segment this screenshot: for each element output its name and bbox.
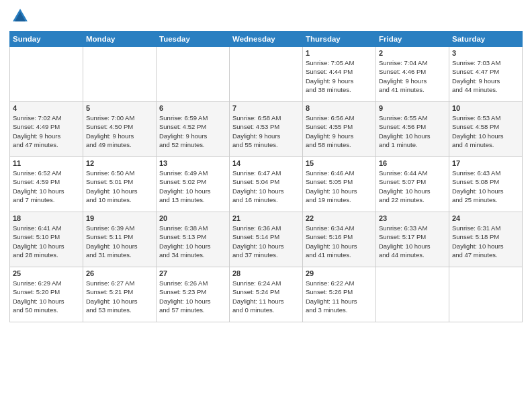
calendar-day-cell: 25Sunrise: 6:29 AM Sunset: 5:20 PM Dayli…	[10, 267, 83, 322]
calendar-day-cell	[230, 47, 303, 102]
day-number: 7	[232, 104, 300, 112]
day-info: Sunrise: 6:33 AM Sunset: 5:17 PM Dayligh…	[379, 224, 446, 259]
day-info: Sunrise: 6:50 AM Sunset: 5:01 PM Dayligh…	[86, 169, 153, 204]
calendar-day-cell: 1Sunrise: 7:05 AM Sunset: 4:44 PM Daylig…	[303, 47, 376, 102]
calendar-day-cell: 7Sunrise: 6:58 AM Sunset: 4:53 PM Daylig…	[230, 102, 303, 157]
calendar-week-row: 4Sunrise: 7:02 AM Sunset: 4:49 PM Daylig…	[10, 102, 523, 157]
calendar-day-cell: 24Sunrise: 6:31 AM Sunset: 5:18 PM Dayli…	[449, 212, 523, 267]
calendar-day-cell: 13Sunrise: 6:49 AM Sunset: 5:02 PM Dayli…	[157, 157, 230, 212]
day-number: 4	[13, 104, 80, 112]
day-number: 29	[306, 269, 373, 277]
calendar-day-cell: 14Sunrise: 6:47 AM Sunset: 5:04 PM Dayli…	[230, 157, 303, 212]
day-number: 1	[306, 49, 373, 57]
day-info: Sunrise: 6:52 AM Sunset: 4:59 PM Dayligh…	[13, 169, 80, 204]
day-info: Sunrise: 6:43 AM Sunset: 5:08 PM Dayligh…	[452, 169, 519, 204]
day-info: Sunrise: 6:34 AM Sunset: 5:16 PM Dayligh…	[306, 224, 373, 259]
calendar-day-cell: 19Sunrise: 6:39 AM Sunset: 5:11 PM Dayli…	[83, 212, 157, 267]
calendar-day-cell: 5Sunrise: 7:00 AM Sunset: 4:50 PM Daylig…	[83, 102, 157, 157]
day-number: 16	[379, 159, 446, 167]
day-info: Sunrise: 7:02 AM Sunset: 4:49 PM Dayligh…	[13, 113, 80, 149]
day-info: Sunrise: 6:26 AM Sunset: 5:23 PM Dayligh…	[159, 279, 226, 314]
day-info: Sunrise: 6:47 AM Sunset: 5:04 PM Dayligh…	[232, 169, 300, 204]
day-info: Sunrise: 6:24 AM Sunset: 5:24 PM Dayligh…	[232, 279, 300, 314]
day-header-wednesday: Wednesday	[230, 32, 303, 47]
day-header-sunday: Sunday	[10, 32, 83, 47]
calendar-day-cell	[10, 47, 83, 102]
day-info: Sunrise: 7:00 AM Sunset: 4:50 PM Dayligh…	[86, 113, 153, 149]
calendar-week-row: 1Sunrise: 7:05 AM Sunset: 4:44 PM Daylig…	[10, 47, 523, 102]
day-number: 26	[86, 269, 153, 277]
calendar-day-cell: 29Sunrise: 6:22 AM Sunset: 5:26 PM Dayli…	[303, 267, 376, 322]
calendar-day-cell: 2Sunrise: 7:04 AM Sunset: 4:46 PM Daylig…	[376, 47, 449, 102]
calendar-day-cell: 28Sunrise: 6:24 AM Sunset: 5:24 PM Dayli…	[230, 267, 303, 322]
calendar-day-cell: 27Sunrise: 6:26 AM Sunset: 5:23 PM Dayli…	[157, 267, 230, 322]
day-number: 21	[232, 214, 300, 222]
calendar-day-cell: 22Sunrise: 6:34 AM Sunset: 5:16 PM Dayli…	[303, 212, 376, 267]
day-info: Sunrise: 6:38 AM Sunset: 5:13 PM Dayligh…	[159, 224, 226, 259]
day-number: 24	[452, 214, 519, 222]
calendar-table: SundayMondayTuesdayWednesdayThursdayFrid…	[9, 31, 523, 322]
day-header-tuesday: Tuesday	[157, 32, 230, 47]
calendar-day-cell: 8Sunrise: 6:56 AM Sunset: 4:55 PM Daylig…	[303, 102, 376, 157]
day-info: Sunrise: 6:29 AM Sunset: 5:20 PM Dayligh…	[13, 279, 80, 314]
day-number: 14	[232, 159, 300, 167]
calendar-day-cell	[449, 267, 523, 322]
calendar-day-cell: 15Sunrise: 6:46 AM Sunset: 5:05 PM Dayli…	[303, 157, 376, 212]
day-number: 27	[159, 269, 226, 277]
day-header-saturday: Saturday	[449, 32, 523, 47]
calendar-day-cell	[157, 47, 230, 102]
day-number: 23	[379, 214, 446, 222]
day-info: Sunrise: 6:55 AM Sunset: 4:56 PM Dayligh…	[379, 113, 446, 149]
calendar-day-cell	[83, 47, 157, 102]
day-info: Sunrise: 6:44 AM Sunset: 5:07 PM Dayligh…	[379, 169, 446, 204]
day-number: 3	[452, 49, 519, 57]
day-number: 17	[452, 159, 519, 167]
calendar-day-cell: 9Sunrise: 6:55 AM Sunset: 4:56 PM Daylig…	[376, 102, 449, 157]
day-info: Sunrise: 6:36 AM Sunset: 5:14 PM Dayligh…	[232, 224, 300, 259]
calendar-week-row: 18Sunrise: 6:41 AM Sunset: 5:10 PM Dayli…	[10, 212, 523, 267]
calendar-day-cell: 26Sunrise: 6:27 AM Sunset: 5:21 PM Dayli…	[83, 267, 157, 322]
day-info: Sunrise: 6:58 AM Sunset: 4:53 PM Dayligh…	[232, 113, 300, 149]
day-number: 19	[86, 214, 153, 222]
day-info: Sunrise: 6:49 AM Sunset: 5:02 PM Dayligh…	[159, 169, 226, 204]
calendar-day-cell: 23Sunrise: 6:33 AM Sunset: 5:17 PM Dayli…	[376, 212, 449, 267]
day-header-monday: Monday	[83, 32, 157, 47]
calendar-day-cell	[376, 267, 449, 322]
day-number: 10	[452, 104, 519, 112]
day-number: 2	[379, 49, 446, 57]
day-header-thursday: Thursday	[303, 32, 376, 47]
day-number: 6	[159, 104, 226, 112]
calendar-day-cell: 12Sunrise: 6:50 AM Sunset: 5:01 PM Dayli…	[83, 157, 157, 212]
day-info: Sunrise: 6:46 AM Sunset: 5:05 PM Dayligh…	[306, 169, 373, 204]
header	[9, 7, 523, 26]
calendar-header-row: SundayMondayTuesdayWednesdayThursdayFrid…	[10, 32, 523, 47]
calendar-day-cell: 3Sunrise: 7:03 AM Sunset: 4:47 PM Daylig…	[449, 47, 523, 102]
day-info: Sunrise: 7:03 AM Sunset: 4:47 PM Dayligh…	[452, 58, 519, 94]
day-info: Sunrise: 7:05 AM Sunset: 4:44 PM Dayligh…	[306, 58, 373, 94]
day-info: Sunrise: 6:31 AM Sunset: 5:18 PM Dayligh…	[452, 224, 519, 259]
day-info: Sunrise: 6:59 AM Sunset: 4:52 PM Dayligh…	[159, 113, 226, 149]
day-number: 28	[232, 269, 300, 277]
day-number: 12	[86, 159, 153, 167]
calendar-day-cell: 20Sunrise: 6:38 AM Sunset: 5:13 PM Dayli…	[157, 212, 230, 267]
calendar-day-cell: 4Sunrise: 7:02 AM Sunset: 4:49 PM Daylig…	[10, 102, 83, 157]
day-info: Sunrise: 7:04 AM Sunset: 4:46 PM Dayligh…	[379, 58, 446, 94]
day-number: 15	[306, 159, 373, 167]
day-number: 18	[13, 214, 80, 222]
day-info: Sunrise: 6:41 AM Sunset: 5:10 PM Dayligh…	[13, 224, 80, 259]
calendar-day-cell: 18Sunrise: 6:41 AM Sunset: 5:10 PM Dayli…	[10, 212, 83, 267]
day-number: 22	[306, 214, 373, 222]
calendar-day-cell: 17Sunrise: 6:43 AM Sunset: 5:08 PM Dayli…	[449, 157, 523, 212]
day-number: 9	[379, 104, 446, 112]
day-number: 13	[159, 159, 226, 167]
day-number: 11	[13, 159, 80, 167]
day-number: 5	[86, 104, 153, 112]
calendar-week-row: 11Sunrise: 6:52 AM Sunset: 4:59 PM Dayli…	[10, 157, 523, 212]
day-header-friday: Friday	[376, 32, 449, 47]
day-number: 20	[159, 214, 226, 222]
calendar-day-cell: 10Sunrise: 6:53 AM Sunset: 4:58 PM Dayli…	[449, 102, 523, 157]
day-info: Sunrise: 6:39 AM Sunset: 5:11 PM Dayligh…	[86, 224, 153, 259]
day-info: Sunrise: 6:53 AM Sunset: 4:58 PM Dayligh…	[452, 113, 519, 149]
day-info: Sunrise: 6:56 AM Sunset: 4:55 PM Dayligh…	[306, 113, 373, 149]
calendar-day-cell: 21Sunrise: 6:36 AM Sunset: 5:14 PM Dayli…	[230, 212, 303, 267]
